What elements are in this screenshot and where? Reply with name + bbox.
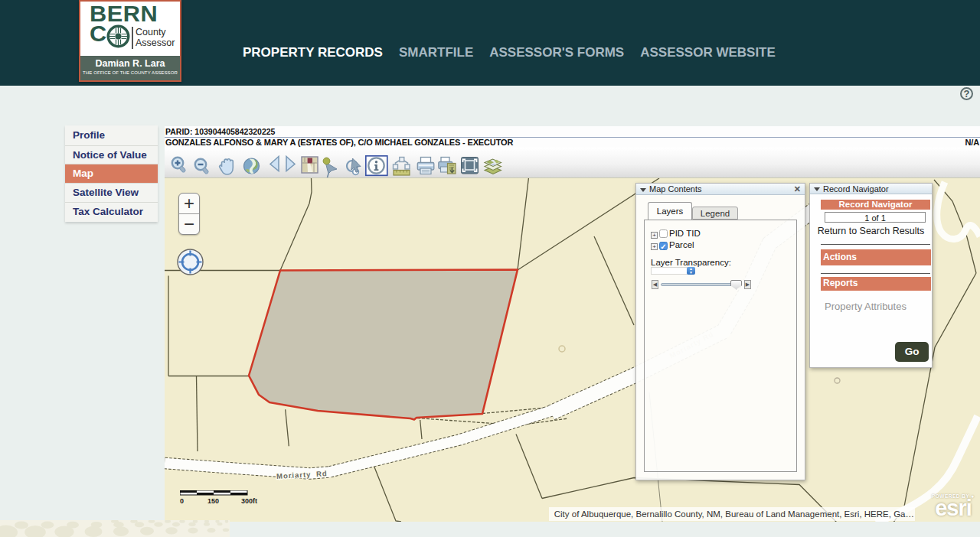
svg-text:Rd: Rd: [316, 469, 328, 478]
